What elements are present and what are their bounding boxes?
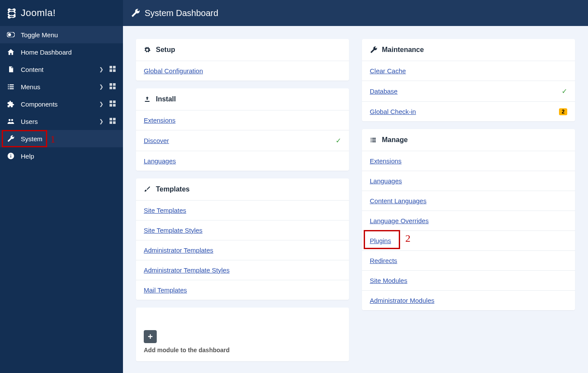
link-plugins[interactable]: Plugins [370, 237, 391, 244]
card-item: Languages [136, 151, 349, 171]
svg-rect-4 [110, 69, 112, 72]
card-manage: ManageExtensionsLanguagesContent Languag… [362, 129, 575, 310]
link-mail-templates[interactable]: Mail Templates [144, 286, 187, 294]
sidebar: Joomla! Toggle Menu Home DashboardConten… [0, 0, 123, 373]
card-item: Discover✓ [136, 130, 349, 151]
card-item: Global Configuration [136, 61, 349, 81]
link-site-template-styles[interactable]: Site Template Styles [144, 227, 203, 234]
sidebar-item-menus[interactable]: Menus❯ [0, 78, 123, 95]
link-administrator-template-styles[interactable]: Administrator Template Styles [144, 266, 229, 274]
card-title: Manage [382, 136, 408, 144]
wrench-icon [131, 8, 140, 18]
sidebar-item-system[interactable]: System [0, 130, 123, 147]
content: SetupGlobal ConfigurationInstallExtensio… [123, 26, 588, 373]
topbar: System Dashboard [123, 0, 588, 26]
card-item: Site Templates [136, 200, 349, 220]
check-icon: ✓ [336, 136, 341, 145]
gear-icon [144, 46, 152, 53]
info-icon [6, 152, 16, 160]
card-item: Administrator Templates [136, 240, 349, 260]
card-item: Clear Cache [362, 61, 575, 81]
link-language-overrides[interactable]: Language Overrides [370, 217, 429, 224]
link-global-check-in[interactable]: Global Check-in [370, 108, 416, 115]
card-item: Plugins2 [362, 230, 575, 250]
sidebar-item-content[interactable]: Content❯ [0, 61, 123, 78]
sidebar-item-label: Components [21, 101, 97, 108]
card-item: Languages [362, 171, 575, 191]
card-templates: TemplatesSite TemplatesSite Template Sty… [136, 178, 349, 300]
card-item: Global Check-in2 [362, 101, 575, 121]
sidebar-item-label: Help [21, 152, 117, 160]
link-discover[interactable]: Discover [144, 137, 169, 144]
link-site-templates[interactable]: Site Templates [144, 207, 186, 214]
link-languages[interactable]: Languages [144, 157, 176, 165]
puzzle-icon [6, 100, 16, 108]
svg-rect-14 [110, 118, 112, 120]
brush-icon [144, 186, 152, 193]
svg-rect-12 [110, 104, 112, 107]
link-extensions[interactable]: Extensions [370, 157, 401, 165]
sidebar-item-label: Content [21, 66, 97, 73]
sidebar-item-users[interactable]: Users❯ [0, 113, 123, 130]
card-item: Extensions [362, 151, 575, 171]
svg-rect-17 [113, 121, 116, 124]
grid-icon[interactable] [108, 66, 117, 73]
card-item: Administrator Modules [362, 290, 575, 310]
annotation-number-1: 1 [50, 133, 55, 145]
svg-rect-19 [10, 156, 11, 158]
list-check-icon [370, 136, 378, 143]
svg-rect-2 [110, 66, 112, 68]
svg-rect-10 [110, 101, 112, 103]
sidebar-item-help[interactable]: Help [0, 147, 123, 165]
grid-icon[interactable] [108, 101, 117, 108]
link-extensions[interactable]: Extensions [144, 117, 175, 124]
plus-icon: + [144, 330, 157, 343]
brand[interactable]: Joomla! [0, 0, 123, 26]
link-clear-cache[interactable]: Clear Cache [370, 67, 406, 75]
toggle-icon [6, 32, 16, 37]
card-title: Setup [156, 46, 175, 54]
link-content-languages[interactable]: Content Languages [370, 197, 426, 204]
sidebar-item-label: Menus [21, 83, 97, 91]
add-module[interactable]: +Add module to the dashboard [136, 308, 349, 361]
toggle-label: Toggle Menu [21, 31, 117, 39]
link-administrator-templates[interactable]: Administrator Templates [144, 247, 213, 254]
link-site-modules[interactable]: Site Modules [370, 277, 407, 284]
grid-icon[interactable] [108, 83, 117, 91]
card-header: Install [136, 88, 349, 110]
card-header: Maintenance [362, 39, 575, 61]
link-database[interactable]: Database [370, 88, 397, 95]
chevron-right-icon[interactable]: ❯ [97, 101, 106, 107]
brand-text: Joomla! [21, 7, 56, 19]
link-administrator-modules[interactable]: Administrator Modules [370, 297, 434, 304]
svg-rect-3 [113, 66, 116, 68]
card-title: Maintenance [382, 46, 424, 54]
sidebar-item-label: Home Dashboard [21, 49, 117, 56]
wrench-icon [6, 135, 16, 143]
link-global-configuration[interactable]: Global Configuration [144, 67, 203, 75]
wrench-icon [370, 46, 378, 54]
list-icon [6, 83, 16, 91]
link-redirects[interactable]: Redirects [370, 257, 397, 264]
add-module-label: Add module to the dashboard [144, 347, 341, 354]
toggle-menu[interactable]: Toggle Menu [0, 26, 123, 43]
card-header: Templates [136, 178, 349, 200]
sidebar-item-home-dashboard[interactable]: Home Dashboard [0, 43, 123, 61]
chevron-right-icon[interactable]: ❯ [97, 66, 106, 72]
svg-rect-7 [113, 83, 116, 86]
grid-icon[interactable] [108, 118, 117, 125]
chevron-right-icon[interactable]: ❯ [97, 118, 106, 124]
sidebar-item-label: System [21, 135, 117, 143]
card-item: Mail Templates [136, 280, 349, 300]
svg-rect-5 [113, 69, 116, 72]
svg-rect-16 [110, 121, 112, 124]
annotation-number-2: 2 [405, 233, 410, 244]
card-install: InstallExtensionsDiscover✓Languages [136, 88, 349, 171]
card-item: Extensions [136, 110, 349, 130]
chevron-right-icon[interactable]: ❯ [97, 84, 106, 90]
svg-rect-15 [113, 118, 116, 120]
joomla-logo-icon [6, 7, 17, 19]
sidebar-item-components[interactable]: Components❯ [0, 95, 123, 113]
link-languages[interactable]: Languages [370, 177, 402, 185]
card-item: Site Modules [362, 270, 575, 290]
